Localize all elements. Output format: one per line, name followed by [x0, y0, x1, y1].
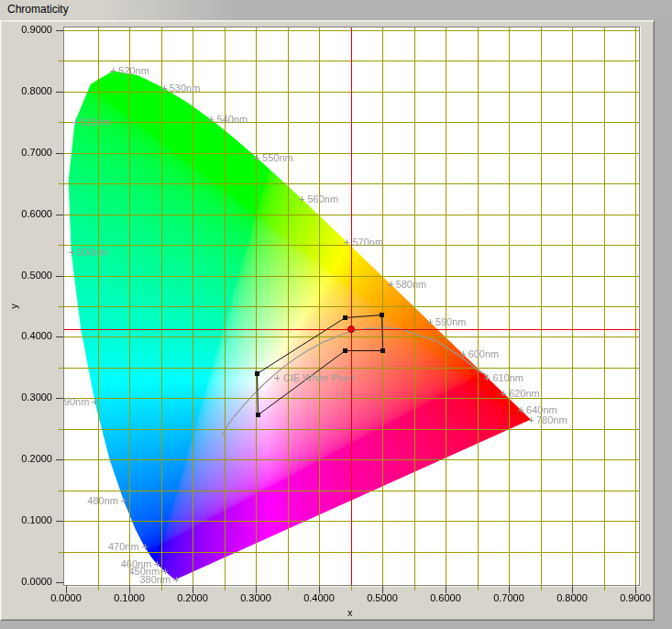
chromaticity-window: Chromaticity 380nm450nm460nm470nm480nm49…	[0, 0, 672, 629]
chromaticity-diagram-canvas[interactable]	[0, 0, 672, 629]
